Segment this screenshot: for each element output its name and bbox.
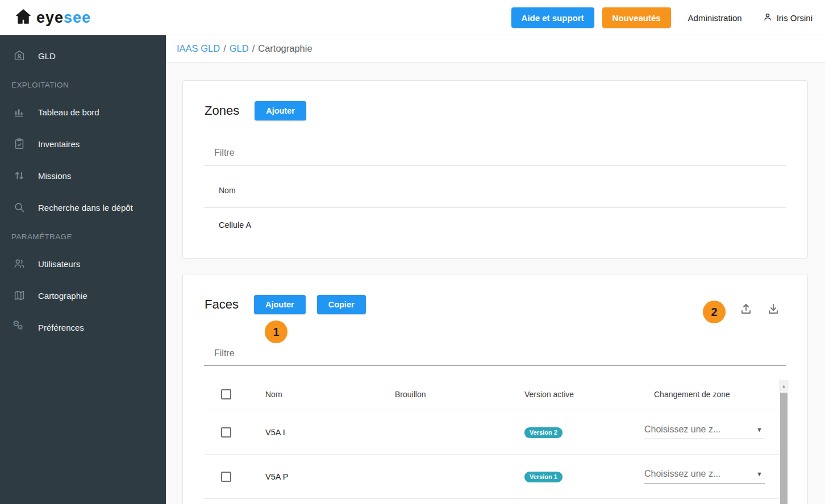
caret-down-icon: ▼ — [756, 470, 763, 477]
clipboard-check-icon — [13, 137, 26, 151]
bar-chart-icon — [13, 105, 26, 119]
sidebar-item-preferences[interactable]: ⚙⚙ Préférences — [0, 311, 166, 343]
zones-title: Zones — [205, 103, 239, 118]
faces-column-brouillon: Brouillon — [395, 390, 426, 399]
brand-wordmark: eyesee — [36, 10, 91, 26]
person-icon — [763, 12, 773, 24]
up-down-arrows-icon — [13, 169, 26, 182]
app-logo: eyesee — [15, 8, 91, 27]
faces-table-row: V5A P Version 1 Choisissez une z... ▼ — [204, 455, 780, 499]
search-icon — [13, 201, 26, 214]
sidebar-item-label: GLD — [38, 51, 56, 61]
breadcrumb-separator: / — [252, 43, 255, 54]
zones-add-button[interactable]: Ajouter — [255, 101, 306, 120]
download-icon[interactable] — [766, 302, 780, 316]
faces-filter — [204, 341, 786, 366]
faces-add-button[interactable]: Ajouter — [254, 295, 306, 314]
users-icon — [13, 257, 26, 270]
breadcrumb-current: Cartographie — [258, 43, 312, 54]
zones-table-row[interactable]: Cellule A — [204, 208, 786, 242]
sidebar-item-label: Tableau de bord — [38, 107, 99, 117]
zones-card-header: Zones Ajouter — [183, 101, 807, 120]
zones-card: Zones Ajouter Nom Cellule A — [182, 80, 808, 259]
zones-filter — [204, 140, 786, 165]
help-support-button[interactable]: Aide et support — [511, 7, 594, 28]
faces-table: Nom Brouillon Version active Changement … — [204, 380, 780, 499]
breadcrumb: IAAS GLD / GLD / Cartographie — [166, 35, 825, 63]
brand-part1: eye — [36, 9, 64, 26]
upload-icon[interactable] — [739, 302, 753, 316]
faces-filter-input[interactable] — [204, 341, 786, 366]
sidebar-item-gld[interactable]: GLD — [0, 40, 166, 72]
faces-column-nom: Nom — [265, 390, 282, 399]
sidebar-section-parametrage: PARAMÉTRAGE — [0, 232, 166, 241]
sidebar-item-label: Missions — [38, 171, 71, 181]
sidebar-item-label: Inventaires — [38, 139, 80, 149]
sidebar-item-recherche-depot[interactable]: Recherche dans le dépôt — [0, 191, 166, 223]
top-bar: eyesee Aide et support Nouveautés Admini… — [0, 0, 825, 35]
breadcrumb-separator: / — [223, 43, 226, 54]
scrollbar-thumb[interactable] — [780, 393, 788, 504]
zones-column-nom: Nom — [219, 186, 236, 195]
sidebar-item-label: Préférences — [38, 323, 84, 332]
annotation-badge-1: 1 — [265, 320, 288, 343]
faces-table-header: Nom Brouillon Version active Changement … — [204, 380, 780, 410]
caret-down-icon: ▼ — [756, 426, 763, 433]
user-menu[interactable]: Iris Orsini — [763, 12, 813, 24]
faces-copy-button[interactable]: Copier — [317, 295, 366, 314]
sidebar-item-utilisateurs[interactable]: Utilisateurs — [0, 248, 166, 280]
faces-column-changement-zone: Changement de zone — [654, 390, 730, 399]
zone-select-value: Choisissez une z... — [644, 469, 720, 479]
sidebar-item-label: Cartographie — [38, 291, 88, 301]
sidebar-item-cartographie[interactable]: Cartographie — [0, 280, 166, 311]
faces-table-row: V5A I Version 2 Choisissez une z... ▼ — [204, 410, 780, 455]
zones-filter-input[interactable] — [204, 140, 786, 165]
user-name: Iris Orsini — [777, 13, 813, 23]
news-button[interactable]: Nouveautés — [602, 7, 671, 28]
brand-part2: see — [64, 9, 91, 26]
face-name: V5A I — [265, 428, 285, 437]
sidebar-item-tableau-de-bord[interactable]: Tableau de bord — [0, 96, 166, 128]
zones-table-header: Nom — [204, 165, 786, 208]
faces-card-tools: 2 — [703, 301, 780, 323]
breadcrumb-link-root[interactable]: IAAS GLD — [177, 43, 220, 54]
sidebar: GLD EXPLOITATION Tableau de bord Inventa… — [0, 35, 166, 504]
annotation-badge-2: 2 — [703, 301, 726, 323]
scroll-up-icon[interactable]: ▲ — [779, 380, 789, 391]
map-icon — [13, 289, 26, 302]
zone-change-select[interactable]: Choisissez une z... ▼ — [644, 420, 765, 439]
zone-select-value: Choisissez une z... — [644, 424, 720, 435]
table-scrollbar[interactable]: ▲ — [779, 380, 789, 504]
row-checkbox[interactable] — [221, 472, 231, 482]
breadcrumb-link-parent[interactable]: GLD — [230, 43, 249, 54]
faces-column-version-active: Version active — [524, 390, 574, 399]
face-name: V5A P — [265, 472, 288, 481]
version-badge: Version 2 — [524, 427, 562, 438]
administration-link[interactable]: Administration — [688, 13, 742, 23]
faces-title: Faces — [205, 297, 239, 312]
sidebar-item-missions[interactable]: Missions — [0, 160, 166, 191]
main-content: IAAS GLD / GLD / Cartographie Zones Ajou… — [166, 35, 825, 504]
zone-change-select[interactable]: Choisissez une z... ▼ — [644, 465, 765, 484]
sidebar-section-exploitation: EXPLOITATION — [0, 81, 166, 89]
gears-icon: ⚙⚙ — [13, 320, 26, 334]
sidebar-item-inventaires[interactable]: Inventaires — [0, 128, 166, 160]
zone-name: Cellule A — [219, 220, 251, 230]
site-badge-icon — [13, 49, 26, 63]
select-all-checkbox[interactable] — [221, 389, 231, 399]
home-logo-icon — [15, 8, 32, 27]
top-bar-actions: Aide et support Nouveautés Administratio… — [511, 0, 813, 35]
faces-card: Faces Ajouter Copier 1 2 Nom Brouillon V… — [182, 274, 808, 504]
version-badge: Version 1 — [524, 472, 562, 482]
sidebar-item-label: Utilisateurs — [38, 259, 80, 269]
sidebar-item-label: Recherche dans le dépôt — [38, 203, 133, 213]
row-checkbox[interactable] — [221, 427, 231, 438]
